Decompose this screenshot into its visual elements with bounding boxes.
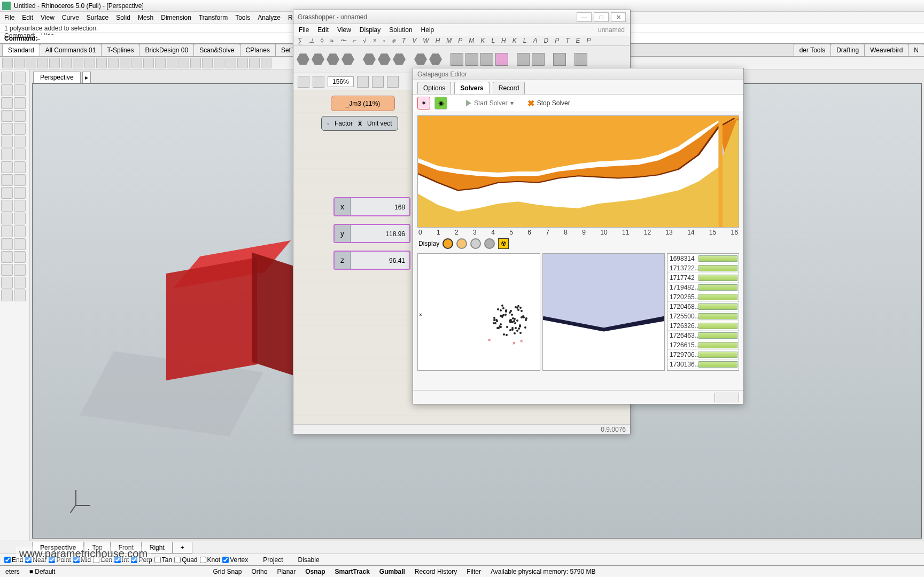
component-hex-icon[interactable] [341,53,354,66]
pan-icon[interactable] [108,58,119,68]
gal-tab-solvers[interactable]: Solvers [454,82,489,94]
loft-icon[interactable] [14,174,26,186]
gh-cat-14[interactable]: M [446,37,452,44]
gh-cat-6[interactable]: √ [363,37,367,44]
trim-icon[interactable] [14,200,26,212]
sphere-icon[interactable] [14,149,26,160]
status-planar[interactable]: Planar [277,568,296,575]
hatch-icon[interactable] [14,290,26,301]
menu-analyze[interactable]: Analyze [258,14,281,21]
menu-solid[interactable]: Solid [116,14,130,21]
copy-icon[interactable] [61,58,72,68]
component-hex-icon[interactable] [393,53,406,66]
osnap-vertex[interactable]: Vertex [222,556,248,564]
gh-cat-24[interactable]: P [555,37,559,44]
tab-brickdesign[interactable]: BrickDesign 00 [139,44,194,56]
genome-row[interactable]: 1730136… [667,360,739,369]
menu-mesh[interactable]: Mesh [138,14,153,21]
properties-icon[interactable] [214,58,224,68]
status-filter[interactable]: Filter [467,568,481,575]
gh-cat-19[interactable]: H [501,37,506,44]
gh-cat-11[interactable]: V [412,37,416,44]
print-icon[interactable] [37,58,48,68]
tab-n[interactable]: N [908,44,924,56]
tab-allcommands[interactable]: All Commands 01 [40,44,102,56]
gh-cat-27[interactable]: P [587,37,591,44]
genome-row[interactable]: 1726615… [667,340,739,350]
tab-scansolve[interactable]: Scan&Solve [193,44,240,56]
gh-cat-2[interactable]: ◊ [321,37,324,44]
fillet-icon[interactable] [14,225,26,237]
show-icon[interactable] [237,58,248,68]
gh-view-icon[interactable] [372,76,384,88]
gh-cat-9[interactable]: ⎈ [392,37,395,44]
box-icon[interactable] [1,149,13,160]
gh-cat-1[interactable]: ⊥ [309,37,314,44]
status-gridsnap[interactable]: Grid Snap [213,568,242,575]
component-hex-icon[interactable] [429,53,442,66]
gh-save-icon[interactable] [313,76,324,88]
gh-cat-7[interactable]: × [373,37,377,44]
rect-icon[interactable] [1,110,13,122]
gh-cat-23[interactable]: D [543,37,548,44]
genome-row[interactable]: 1726463… [667,331,739,340]
genome-row[interactable]: 1725500… [667,311,739,321]
menu-surface[interactable]: Surface [87,14,108,21]
gh-slider-y[interactable]: y 118.96 [333,224,410,243]
tab-tsplines[interactable]: T-Splines [101,44,139,56]
scale-icon[interactable] [1,277,13,288]
save-icon[interactable] [26,58,36,68]
maximize-icon[interactable]: □ [594,12,609,22]
array-icon[interactable] [1,251,13,263]
cone-icon[interactable] [14,161,26,173]
gh-sketch-icon[interactable] [387,76,399,88]
gh-cat-13[interactable]: H [436,37,440,44]
status-ortho[interactable]: Ortho [251,568,267,575]
menu-view[interactable]: View [41,14,55,21]
extrude-icon[interactable] [1,174,13,186]
status-smarttrack[interactable]: SmartTrack [335,568,369,575]
gh-cat-26[interactable]: E [576,37,580,44]
arc-icon[interactable] [14,123,26,135]
gh-cat-20[interactable]: K [513,37,517,44]
genome-row[interactable]: 1726326… [667,321,739,331]
component-sq-icon[interactable] [532,53,545,66]
gh-cat-10[interactable]: T [402,37,406,44]
gh-cat-16[interactable]: M [469,37,474,44]
render-icon[interactable] [190,58,201,68]
rotate3d-icon[interactable] [14,264,26,276]
osnap-disable[interactable]: Disable [298,556,320,564]
pointer-icon[interactable] [1,72,13,83]
split-icon[interactable] [1,213,13,224]
options-icon[interactable] [249,58,260,68]
component-sq-icon[interactable] [451,53,463,66]
minimize-icon[interactable]: — [577,12,592,22]
gh-slider-z[interactable]: z 96.41 [333,251,410,270]
genome-row[interactable]: 1720265… [667,292,739,302]
stop-solver-button[interactable]: ✖ Stop Solver [523,96,575,111]
evolutionary-solver-icon[interactable]: ✶ [417,97,430,110]
start-solver-button[interactable]: Start Solver ▾ [461,97,518,109]
points-icon[interactable] [14,84,26,96]
genome-list[interactable]: 16983141713722…17177421719482…1720265…17… [667,253,739,371]
gal-tab-record[interactable]: Record [493,82,525,94]
gh-title-bar[interactable]: Grasshopper - unnamed — □ ✕ [293,10,630,24]
menu-dimension[interactable]: Dimension [161,14,191,21]
zoom-window-icon[interactable] [155,58,166,68]
tab-rendertools[interactable]: der Tools [794,44,831,56]
gh-menu-view[interactable]: View [337,26,351,34]
genome-row[interactable]: 1729706… [667,350,739,360]
undo-icon[interactable] [84,58,95,68]
viewport-title[interactable]: Perspective [33,72,81,83]
dim-icon[interactable] [1,290,13,301]
tab-standard[interactable]: Standard [2,44,40,56]
cylinder-icon[interactable] [1,161,13,173]
chamfer-icon[interactable] [1,238,13,250]
redo-icon[interactable] [96,58,107,68]
osnap-tan[interactable]: Tan [154,556,172,564]
gh-menu-help[interactable]: Help [421,26,434,34]
slider-z-value[interactable]: 96.41 [351,252,409,269]
help-icon[interactable] [261,58,271,68]
gh-node-unitvector[interactable]: ◦ Factor ẋ Unit vect [321,116,398,131]
gh-cat-3[interactable]: ≈ [330,37,334,44]
